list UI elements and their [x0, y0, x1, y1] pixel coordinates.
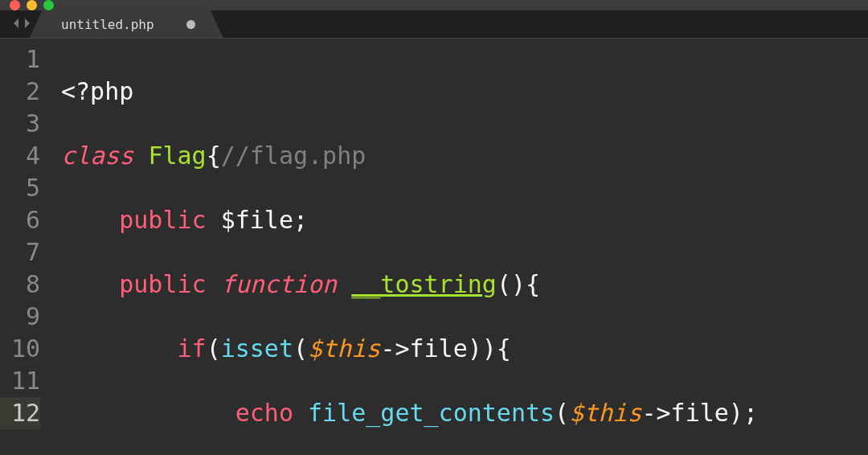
line-number: 1	[0, 43, 40, 76]
line-number: 7	[0, 236, 40, 268]
code-line[interactable]: if(isset($this->file)){	[61, 333, 868, 365]
code-area[interactable]: <?php class Flag{//flag.php public $file…	[51, 39, 868, 455]
line-number: 4	[0, 140, 40, 172]
line-number: 12	[0, 397, 40, 429]
code-line[interactable]: class Flag{//flag.php	[61, 140, 868, 172]
code-line[interactable]: public $file;	[61, 204, 868, 236]
line-number: 2	[0, 76, 40, 108]
line-number: 5	[0, 172, 40, 204]
code-line[interactable]: public function __tostring(){	[61, 268, 868, 301]
nav-back-icon[interactable]	[11, 17, 21, 32]
titlebar	[0, 0, 868, 10]
code-editor[interactable]: 1 2 3 4 5 6 7 8 9 10 11 12 <?php class F…	[0, 39, 868, 455]
editor-window: untitled.php 1 2 3 4 5 6 7 8 9 10 11 12 …	[0, 0, 868, 455]
line-number: 9	[0, 301, 40, 333]
minimize-icon[interactable]	[27, 0, 37, 10]
line-number: 8	[0, 268, 40, 301]
line-number: 6	[0, 204, 40, 236]
line-number-gutter: 1 2 3 4 5 6 7 8 9 10 11 12	[0, 39, 51, 455]
line-number: 11	[0, 365, 40, 397]
maximize-icon[interactable]	[43, 0, 54, 10]
code-line[interactable]: <?php	[61, 76, 868, 108]
tab-untitled-php[interactable]: untitled.php	[43, 10, 210, 38]
line-number: 3	[0, 108, 40, 140]
code-line[interactable]: echo file_get_contents($this->file);	[61, 397, 868, 429]
dirty-indicator-icon	[186, 20, 195, 29]
close-icon[interactable]	[10, 0, 20, 10]
tab-filename: untitled.php	[61, 17, 154, 32]
line-number: 10	[0, 333, 40, 365]
tabbar: untitled.php	[0, 10, 868, 39]
